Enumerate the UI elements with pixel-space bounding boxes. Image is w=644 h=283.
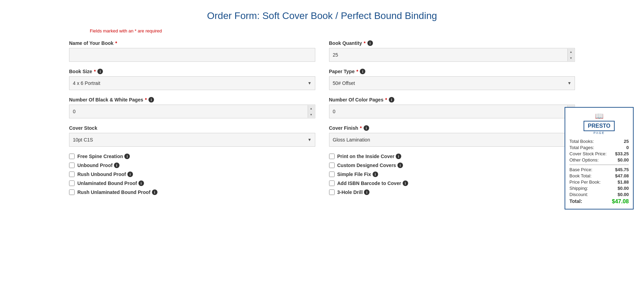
checkboxes-right: Print on the Inside Cover i Custom Desig…	[329, 154, 575, 195]
color-pages-group: Number Of Color Pages * i ▲ ▼	[329, 97, 575, 118]
simple-file-fix-checkbox[interactable]	[329, 172, 335, 177]
book-size-label: Book Size * i	[69, 69, 315, 74]
color-pages-wrapper: ▲ ▼	[329, 105, 575, 118]
3-hole-drill-checkbox[interactable]	[329, 189, 335, 195]
bw-pages-label: Number Of Black & White Pages * i	[69, 97, 315, 103]
list-item: Free Spine Creation i	[69, 154, 315, 159]
price-divider	[569, 165, 629, 165]
presto-logo-text: PRESTO	[584, 121, 615, 131]
book-quantity-spinners: ▲ ▼	[567, 49, 574, 61]
total-row: Total: $47.08	[569, 198, 629, 205]
cover-finish-select[interactable]: Gloss Lamination Matte Lamination Soft T…	[329, 133, 575, 147]
paper-type-info-icon[interactable]: i	[360, 69, 365, 74]
book-name-label: Name of Your Book *	[69, 40, 315, 46]
simple-file-fix-info-icon[interactable]: i	[373, 172, 378, 177]
checkboxes-left: Free Spine Creation i Unbound Proof i Ru…	[69, 154, 315, 195]
other-options-row: Other Options: $0.00	[569, 157, 629, 163]
book-name-input[interactable]	[69, 48, 315, 62]
shipping-row: Shipping: $0.00	[569, 186, 629, 191]
bw-pages-down[interactable]: ▼	[308, 111, 315, 118]
presto-logo-sub: PAGE	[569, 131, 629, 135]
rush-unlaminated-bound-proof-info-icon[interactable]: i	[152, 189, 157, 195]
page-title: Order Form: Soft Cover Book / Perfect Bo…	[69, 10, 575, 21]
cover-stock-group: Cover Stock 10pt C1S 12pt C1S 14pt C1S ▼	[69, 125, 315, 147]
list-item: Unlaminated Bound Proof i	[69, 180, 315, 186]
print-inside-cover-label: Print on the Inside Cover i	[337, 154, 402, 159]
total-pages-row: Total Pages: 0	[569, 145, 629, 150]
unbound-proof-checkbox[interactable]	[69, 163, 75, 168]
rush-unlaminated-bound-proof-checkbox[interactable]	[69, 189, 75, 195]
cover-stock-wrapper: 10pt C1S 12pt C1S 14pt C1S ▼	[69, 133, 315, 147]
list-item: Unbound Proof i	[69, 163, 315, 168]
paper-type-label: Paper Type * i	[329, 69, 575, 74]
price-per-book-row: Price Per Book: $1.88	[569, 179, 629, 185]
add-isbn-barcode-info-icon[interactable]: i	[403, 180, 408, 186]
color-pages-info-icon[interactable]: i	[389, 97, 394, 103]
book-quantity-wrapper: ▲ ▼	[329, 48, 575, 62]
book-name-group: Name of Your Book *	[69, 40, 315, 62]
rush-unbound-proof-info-icon[interactable]: i	[127, 172, 133, 177]
list-item: Simple File Fix i	[329, 172, 575, 177]
book-size-info-icon[interactable]: i	[97, 69, 103, 74]
bw-pages-group: Number Of Black & White Pages * i ▲ ▼	[69, 97, 315, 118]
unlaminated-bound-proof-checkbox[interactable]	[69, 180, 75, 186]
rush-unbound-proof-checkbox[interactable]	[69, 172, 75, 177]
presto-book-icon: 📖	[569, 112, 629, 120]
book-quantity-label: Book Quantity * i	[329, 40, 575, 46]
base-price-row: Base Price: $45.75	[569, 167, 629, 172]
bw-pages-input[interactable]	[69, 105, 315, 118]
price-box: 📖 PRESTO PAGE Total Books: 25 Total Page…	[565, 107, 634, 205]
total-label: Total:	[569, 198, 582, 205]
cover-stock-price-row: Cover Stock Price: $33.25	[569, 151, 629, 156]
rush-unbound-proof-label: Rush Unbound Proof i	[77, 172, 133, 177]
total-books-row: Total Books: 25	[569, 139, 629, 144]
list-item: Custom Designed Covers i	[329, 163, 575, 168]
book-quantity-input[interactable]	[329, 48, 575, 62]
bw-pages-wrapper: ▲ ▼	[69, 105, 315, 118]
book-quantity-info-icon[interactable]: i	[367, 40, 373, 46]
cover-finish-wrapper: Gloss Lamination Matte Lamination Soft T…	[329, 133, 575, 147]
unbound-proof-label: Unbound Proof i	[77, 163, 119, 168]
add-isbn-barcode-checkbox[interactable]	[329, 180, 335, 186]
bw-pages-info-icon[interactable]: i	[148, 97, 154, 103]
list-item: Print on the Inside Cover i	[329, 154, 575, 159]
simple-file-fix-label: Simple File Fix i	[337, 172, 378, 177]
book-size-group: Book Size * i 4 x 6 Portrait 5 x 8 Portr…	[69, 69, 315, 90]
list-item: Add ISBN Barcode to Cover i	[329, 180, 575, 186]
bw-pages-up[interactable]: ▲	[308, 105, 315, 111]
form-grid: Name of Your Book * Book Quantity * i ▲ …	[69, 40, 575, 147]
custom-designed-covers-checkbox[interactable]	[329, 163, 335, 168]
color-pages-input[interactable]	[329, 105, 575, 118]
list-item: Rush Unbound Proof i	[69, 172, 315, 177]
paper-type-select[interactable]: 50# Offset 60# Offset 70# Offset	[329, 76, 575, 90]
3-hole-drill-info-icon[interactable]: i	[364, 189, 369, 195]
3-hole-drill-label: 3-Hole Drill i	[337, 189, 370, 195]
color-pages-label: Number Of Color Pages * i	[329, 97, 575, 103]
book-quantity-up[interactable]: ▲	[568, 49, 574, 55]
cover-finish-label: Cover Finish * i	[329, 125, 575, 131]
custom-designed-covers-label: Custom Designed Covers i	[337, 163, 403, 168]
cover-stock-label: Cover Stock	[69, 125, 315, 131]
custom-designed-covers-info-icon[interactable]: i	[397, 163, 403, 168]
print-inside-cover-checkbox[interactable]	[329, 154, 335, 159]
cover-finish-info-icon[interactable]: i	[364, 125, 369, 131]
page-container: Order Form: Soft Cover Book / Perfect Bo…	[0, 0, 644, 205]
free-spine-checkbox[interactable]	[69, 154, 75, 159]
unlaminated-bound-proof-info-icon[interactable]: i	[138, 180, 144, 186]
cover-stock-select[interactable]: 10pt C1S 12pt C1S 14pt C1S	[69, 133, 315, 147]
unbound-proof-info-icon[interactable]: i	[114, 163, 119, 168]
total-value: $47.08	[612, 198, 629, 205]
bw-pages-spinners: ▲ ▼	[308, 105, 315, 118]
book-quantity-down[interactable]: ▼	[568, 55, 574, 61]
list-item: Rush Unlaminated Bound Proof i	[69, 189, 315, 195]
free-spine-info-icon[interactable]: i	[124, 154, 130, 159]
required-note: Fields marked with an * are required	[90, 28, 575, 33]
print-inside-cover-info-icon[interactable]: i	[396, 154, 401, 159]
cover-finish-group: Cover Finish * i Gloss Lamination Matte …	[329, 125, 575, 147]
checkboxes-section: Free Spine Creation i Unbound Proof i Ru…	[69, 154, 575, 195]
book-size-select[interactable]: 4 x 6 Portrait 5 x 8 Portrait 6 x 9 Port…	[69, 76, 315, 90]
add-isbn-barcode-label: Add ISBN Barcode to Cover i	[337, 180, 408, 186]
book-total-row: Book Total: $47.08	[569, 173, 629, 178]
unlaminated-bound-proof-label: Unlaminated Bound Proof i	[77, 180, 144, 186]
paper-type-group: Paper Type * i 50# Offset 60# Offset 70#…	[329, 69, 575, 90]
